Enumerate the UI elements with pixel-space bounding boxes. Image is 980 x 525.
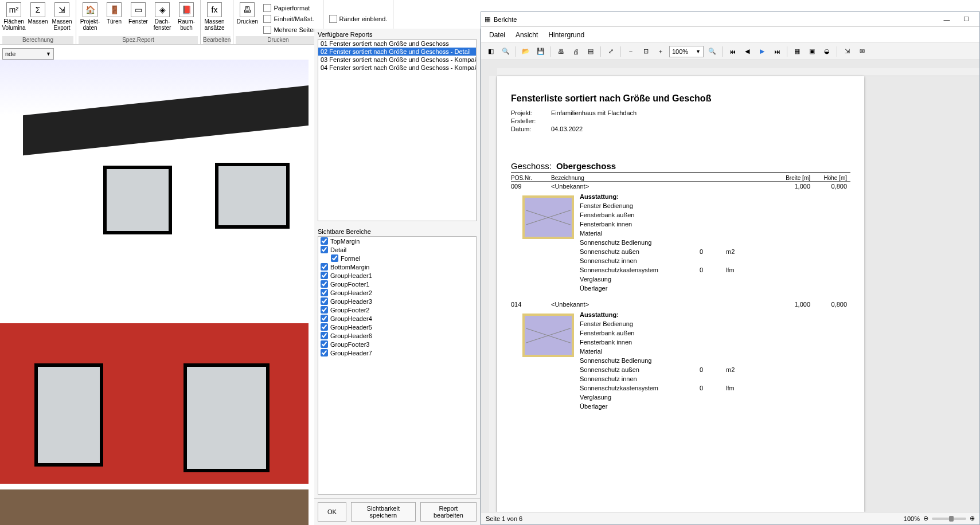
- sidepanel-icon[interactable]: ◧: [485, 45, 497, 58]
- first-page-icon[interactable]: ⏮: [726, 45, 739, 58]
- area-checkbox[interactable]: [331, 254, 338, 262]
- ribbon-button-label: Fenster: [128, 18, 148, 25]
- ribbon-button[interactable]: ⇲MassenExport: [50, 1, 73, 36]
- viewer-body[interactable]: Fensterliste sortiert nach Größe und Ges…: [481, 60, 979, 512]
- ribbon-side-item[interactable]: Ränder einblend.: [329, 15, 388, 23]
- pagesetup-icon[interactable]: ▤: [584, 45, 597, 58]
- zoom-minus-icon[interactable]: ⊖: [923, 515, 928, 522]
- area-checkbox[interactable]: [321, 280, 328, 288]
- save-icon[interactable]: 💾: [534, 45, 547, 58]
- area-checkbox-row[interactable]: TopMargin: [318, 237, 476, 245]
- ribbon-button-label: Drucken: [237, 18, 258, 25]
- area-checkbox-row[interactable]: Detail: [318, 245, 476, 254]
- area-checkbox[interactable]: [321, 297, 328, 305]
- save-visibility-button[interactable]: Sichtbarkeit speichern: [351, 502, 416, 522]
- area-checkbox[interactable]: [321, 289, 328, 296]
- ribbon-button[interactable]: ΣMassen: [26, 1, 49, 36]
- area-checkbox-row[interactable]: GroupFooter1: [318, 280, 476, 288]
- area-checkbox[interactable]: [321, 272, 328, 279]
- area-checkbox-row[interactable]: GroupHeader6: [318, 331, 476, 340]
- context-combo[interactable]: nde ▼: [2, 48, 54, 60]
- area-checkbox[interactable]: [321, 315, 328, 322]
- zoom-tool-icon[interactable]: 🔍: [706, 45, 719, 58]
- menu-file[interactable]: Datei: [489, 31, 505, 39]
- ribbon-button[interactable]: 🚪Türen: [103, 1, 126, 36]
- report-list-item[interactable]: 02 Fenster sortiert nach Größe und Gesch…: [318, 48, 476, 56]
- export-icon[interactable]: ⇲: [841, 45, 853, 58]
- print-icon[interactable]: 🖶: [555, 45, 567, 58]
- attr-line: Material: [580, 229, 850, 238]
- edit-report-button[interactable]: Report bearbeiten: [420, 502, 477, 522]
- ribbon-button[interactable]: 📕Raum-buch: [175, 1, 198, 36]
- ribbon-side-item[interactable]: Papierformat: [263, 4, 317, 12]
- viewport-3d[interactable]: [0, 60, 309, 525]
- area-checkbox-row[interactable]: Formel: [318, 254, 476, 262]
- multipage-icon[interactable]: ▦: [791, 45, 803, 58]
- area-checkbox[interactable]: [321, 306, 328, 314]
- menu-background[interactable]: Hintergrund: [548, 31, 584, 39]
- ribbon-button[interactable]: 🏠Projekt-daten: [79, 1, 101, 36]
- report-title: Fensterliste sortiert nach Größe und Ges…: [511, 93, 850, 104]
- ribbon-icon: 🏠: [83, 2, 97, 17]
- menu-view[interactable]: Ansicht: [516, 31, 538, 39]
- ruler-vertical: [489, 76, 497, 512]
- mail-icon[interactable]: ✉: [856, 45, 868, 58]
- area-checkbox[interactable]: [321, 263, 328, 271]
- zoom-combo[interactable]: 100%▼: [669, 46, 704, 57]
- areas-listbox[interactable]: TopMarginDetailFormelBottomMarginGroupHe…: [318, 236, 477, 495]
- area-checkbox-row[interactable]: GroupHeader1: [318, 271, 476, 280]
- next-page-icon[interactable]: ▶: [756, 45, 768, 58]
- report-list-item[interactable]: 01 Fenster sortiert nach Größe und Gesch…: [318, 40, 476, 48]
- ribbon-icon: 📕: [179, 2, 194, 17]
- zoom-out-icon[interactable]: −: [624, 45, 637, 58]
- ribbon-side-item[interactable]: Einheit/Maßst.: [263, 15, 317, 23]
- mini-icon: [263, 4, 271, 12]
- area-checkbox[interactable]: [321, 246, 328, 253]
- reports-listbox[interactable]: 01 Fenster sortiert nach Größe und Gesch…: [318, 39, 477, 221]
- watermark-icon[interactable]: ◒: [821, 45, 833, 58]
- attr-label: Material: [580, 229, 674, 238]
- ribbon-button[interactable]: 🖶Drucken: [236, 1, 259, 36]
- zoom-in-icon[interactable]: +: [654, 45, 667, 58]
- area-checkbox[interactable]: [321, 323, 328, 331]
- minimize-button[interactable]: —: [937, 13, 956, 26]
- viewer-statusbar: Seite 1 von 6 100% ⊖ ⊕: [481, 512, 979, 524]
- area-checkbox-row[interactable]: GroupFooter3: [318, 340, 476, 348]
- zoom-plus-icon[interactable]: ⊕: [970, 515, 975, 522]
- find-icon[interactable]: 🔍: [499, 45, 512, 58]
- area-checkbox-row[interactable]: GroupHeader5: [318, 323, 476, 331]
- report-list-item[interactable]: 03 Fenster sortiert nach Größe und Gesch…: [318, 56, 476, 64]
- area-checkbox-row[interactable]: BottomMargin: [318, 262, 476, 271]
- area-checkbox[interactable]: [321, 340, 328, 348]
- area-checkbox[interactable]: [321, 349, 328, 356]
- area-checkbox-row[interactable]: GroupHeader7: [318, 348, 476, 357]
- attr-label: Fenster Bedienung: [580, 319, 674, 328]
- ribbon-button[interactable]: fxMassenansätze: [203, 1, 226, 36]
- data-row: 014<Unbekannt>1,0000,800: [511, 301, 850, 308]
- ok-button[interactable]: OK: [318, 502, 346, 522]
- area-checkbox-row[interactable]: GroupHeader2: [318, 288, 476, 297]
- ribbon-icon: m²: [6, 2, 21, 17]
- ribbon-side-item[interactable]: Mehrere Seiten: [263, 26, 317, 34]
- zoom-slider[interactable]: [932, 518, 966, 520]
- ribbon-button[interactable]: m²FlächenVolumina: [2, 1, 25, 36]
- status-zoom-value: 100%: [904, 515, 920, 522]
- area-checkbox-row[interactable]: GroupHeader4: [318, 314, 476, 323]
- visible-areas-label: Sichtbare Bereiche: [314, 226, 480, 236]
- area-checkbox-row[interactable]: GroupHeader3: [318, 297, 476, 305]
- report-list-item[interactable]: 04 Fenster sortiert nach Größe und Gesch…: [318, 64, 476, 72]
- area-checkbox[interactable]: [321, 332, 328, 339]
- ribbon-button[interactable]: ▭Fenster: [127, 1, 150, 36]
- area-checkbox-row[interactable]: GroupFooter2: [318, 305, 476, 314]
- prev-page-icon[interactable]: ◀: [741, 45, 753, 58]
- quickprint-icon[interactable]: 🖨: [569, 45, 582, 58]
- zoom-fit-icon[interactable]: ⊡: [639, 45, 652, 58]
- ribbon-button-label: Export: [54, 25, 71, 31]
- scale-icon[interactable]: ⤢: [604, 45, 617, 58]
- maximize-button[interactable]: ☐: [956, 13, 976, 26]
- open-icon[interactable]: 📂: [520, 45, 532, 58]
- area-checkbox[interactable]: [321, 237, 328, 245]
- ribbon-button[interactable]: ◈Dach-fenster: [151, 1, 174, 36]
- bgcolor-icon[interactable]: ▣: [806, 45, 818, 58]
- last-page-icon[interactable]: ⏭: [771, 45, 783, 58]
